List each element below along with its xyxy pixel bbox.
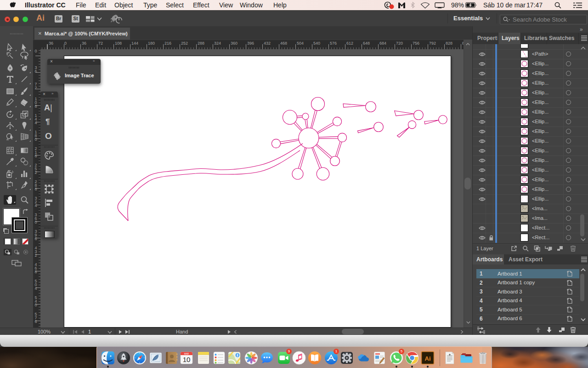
svg-text:MAR: MAR xyxy=(184,353,189,355)
svg-text:10: 10 xyxy=(183,356,191,363)
svg-text:Ai: Ai xyxy=(425,355,431,362)
